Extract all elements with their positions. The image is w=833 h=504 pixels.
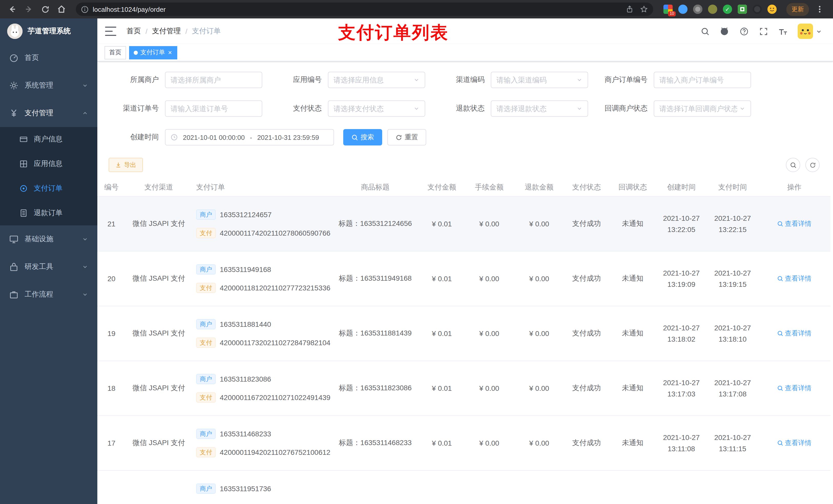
merchant-order-no-input[interactable] xyxy=(654,72,751,88)
export-button[interactable]: 导出 xyxy=(109,158,143,172)
pay-time: 2021-10-27 13:22:15 xyxy=(707,213,758,235)
filter-label-app-no: 应用编号 xyxy=(271,75,328,85)
merchant-order-no: 1635311881440 xyxy=(220,320,271,328)
pay-order-table: 编号 支付渠道 支付订单 商品标题 支付金额 手续金额 退款金额 支付状态 回调… xyxy=(97,178,830,504)
refund-status-select[interactable] xyxy=(491,100,588,117)
fee-amount: ¥ 0.00 xyxy=(463,329,515,338)
pay-amount: ¥ 0.01 xyxy=(420,384,463,392)
chevron-up-icon xyxy=(82,110,88,116)
search-toggle-button[interactable] xyxy=(786,158,800,172)
pay-order-cell: 商户 1635311949168 支付 42000011812021102777… xyxy=(192,264,330,293)
extension-icon-8[interactable] xyxy=(767,5,777,14)
pay-channel: 微信 JSAPI 支付 xyxy=(125,219,192,229)
tab-close-icon[interactable]: × xyxy=(168,49,172,56)
pay-order-cell: 商户 1635312124657 支付 42000011742021102780… xyxy=(192,210,330,238)
sidebar-item-home[interactable]: 首页 xyxy=(0,44,97,72)
extension-icon-5[interactable]: ✓ xyxy=(723,5,732,14)
pay-status: 支付成功 xyxy=(564,219,610,229)
channel-code-select[interactable] xyxy=(491,72,588,88)
sidebar-item-system[interactable]: 系统管理 xyxy=(0,72,97,99)
tab-pay-order[interactable]: 支付订单 × xyxy=(129,46,177,59)
clock-icon xyxy=(171,134,178,141)
sidebar-item-merchant-info[interactable]: 商户信息 xyxy=(0,127,97,152)
sidebar-item-refund-order[interactable]: 退款订单 xyxy=(0,201,97,225)
merchant-select[interactable] xyxy=(165,72,262,88)
sidebar-item-workflow[interactable]: 工作流程 xyxy=(0,281,97,308)
extension-icon-4[interactable] xyxy=(708,5,717,14)
table-row[interactable]: 18 微信 JSAPI 支付 商户 1635311823086 支付 42000… xyxy=(97,361,830,416)
pay-order-cell: 商户 1635311823086 支付 42000011672021102710… xyxy=(192,374,330,403)
table-row[interactable]: 17 微信 JSAPI 支付 商户 1635311468233 支付 42000… xyxy=(97,416,830,471)
font-size-icon[interactable] xyxy=(778,27,787,36)
order-id: 19 xyxy=(97,329,125,338)
create-time-range[interactable]: 2021-10-01 00:00:00 - 2021-10-31 23:59:5… xyxy=(165,129,334,145)
sidebar-item-pay[interactable]: 支付管理 xyxy=(0,99,97,127)
address-bar[interactable]: localhost:1024/pay/order xyxy=(76,3,653,16)
table-row[interactable]: 20 微信 JSAPI 支付 商户 1635311949168 支付 42000… xyxy=(97,251,830,306)
sidebar-item-pay-order[interactable]: 支付订单 xyxy=(0,176,97,201)
search-button[interactable]: 搜索 xyxy=(343,129,382,145)
channel-pay-no: 4200001181202110277723215336 xyxy=(220,284,330,292)
tab-active-dot xyxy=(134,50,138,54)
tab-home[interactable]: 首页 xyxy=(104,46,126,59)
extension-icon-2[interactable] xyxy=(678,5,688,14)
bookmark-star-icon[interactable] xyxy=(640,5,648,13)
github-icon[interactable] xyxy=(720,27,729,36)
home-icon[interactable] xyxy=(54,2,69,16)
extension-icon-6[interactable] xyxy=(738,5,747,14)
channel-order-no-input[interactable] xyxy=(165,100,262,117)
dashboard-icon xyxy=(9,53,19,63)
chevron-down-icon xyxy=(82,291,88,297)
view-detail-link[interactable]: 查看详情 xyxy=(777,274,811,283)
app-no-select[interactable] xyxy=(328,72,425,88)
back-icon[interactable] xyxy=(5,2,20,16)
download-icon xyxy=(115,162,121,168)
pay-order-cell: 商户 1635311881440 支付 42000011732021102728… xyxy=(192,319,330,348)
help-icon[interactable] xyxy=(739,27,748,36)
pay-tag: 支付 xyxy=(196,447,216,457)
view-detail-link[interactable]: 查看详情 xyxy=(777,384,811,393)
hamburger-icon[interactable] xyxy=(105,27,116,36)
sidebar-item-devtools[interactable]: 研发工具 xyxy=(0,253,97,281)
extension-icon-1[interactable]: 10 xyxy=(663,5,673,14)
user-avatar[interactable] xyxy=(798,24,822,39)
pay-amount: ¥ 0.01 xyxy=(420,274,463,283)
order-id: 20 xyxy=(97,274,125,283)
notify-status-select[interactable] xyxy=(654,100,751,117)
extension-icon-7[interactable] xyxy=(753,5,762,14)
refresh-table-button[interactable] xyxy=(805,158,820,172)
search-icon[interactable] xyxy=(700,27,710,36)
breadcrumb-pay[interactable]: 支付管理 xyxy=(152,27,181,36)
pay-tag: 支付 xyxy=(196,392,216,403)
view-detail-link[interactable]: 查看详情 xyxy=(777,329,811,338)
fullscreen-icon[interactable] xyxy=(759,27,768,36)
filter-label-channel-order-no: 渠道订单号 xyxy=(109,104,165,113)
share-icon[interactable] xyxy=(625,5,634,13)
reload-icon[interactable] xyxy=(38,2,52,16)
pay-submenu: 商户信息 应用信息 支付订单 退款订单 xyxy=(0,127,97,225)
actions-cell: 查看详情 xyxy=(758,329,830,338)
pay-status-select[interactable] xyxy=(328,100,425,117)
sidebar-item-infra[interactable]: 基础设施 xyxy=(0,225,97,253)
table-row[interactable]: 21 微信 JSAPI 支付 商户 1635312124657 支付 42000… xyxy=(97,197,830,251)
create-time: 2021-10-27 13:22:05 xyxy=(656,213,707,235)
view-detail-link[interactable]: 查看详情 xyxy=(777,438,811,448)
search-icon xyxy=(777,330,783,337)
col-header: 编号 xyxy=(97,183,125,192)
col-header: 退款金额 xyxy=(515,183,564,192)
app-logo[interactable]: 芋道管理系统 xyxy=(0,19,97,44)
order-id: 21 xyxy=(97,220,125,228)
breadcrumb-home[interactable]: 首页 xyxy=(126,27,141,36)
actions-cell xyxy=(758,494,830,502)
view-detail-link[interactable]: 查看详情 xyxy=(777,219,811,229)
navbar-actions xyxy=(700,24,822,39)
browser-menu-icon[interactable] xyxy=(814,2,825,16)
sidebar-item-app-info[interactable]: 应用信息 xyxy=(0,152,97,176)
reset-button[interactable]: 重置 xyxy=(387,129,426,145)
forward-icon[interactable] xyxy=(22,2,36,16)
extension-icon-3[interactable] xyxy=(693,5,703,14)
chevron-down-icon xyxy=(82,264,88,270)
table-row[interactable]: 商户 1635311951736 xyxy=(97,471,830,504)
table-row[interactable]: 19 微信 JSAPI 支付 商户 1635311881440 支付 42000… xyxy=(97,306,830,361)
update-button[interactable]: 更新 xyxy=(786,3,809,16)
